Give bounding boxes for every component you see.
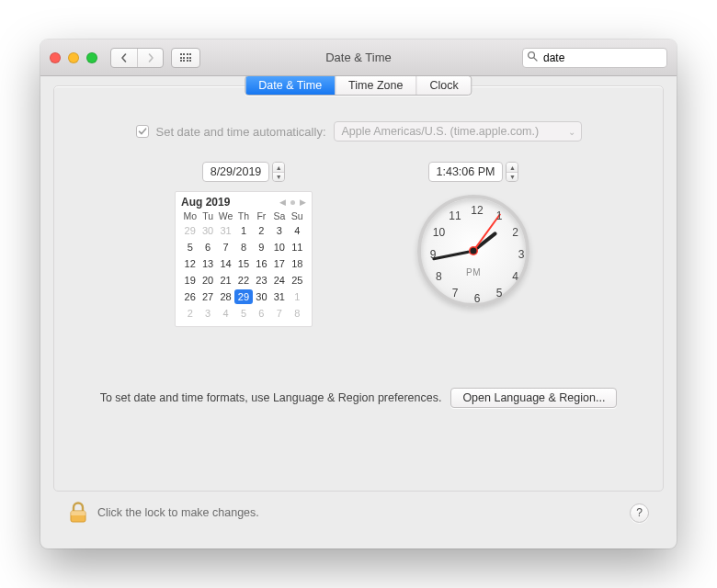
calendar-day[interactable]: 19: [181, 273, 199, 288]
calendar-day[interactable]: 8: [234, 240, 252, 254]
calendar-day[interactable]: 16: [253, 256, 270, 271]
calendar-day[interactable]: 5: [234, 306, 252, 321]
calendar-prev-button[interactable]: ◀: [279, 198, 286, 207]
calendar-day[interactable]: 20: [199, 273, 216, 288]
chevron-right-icon: [146, 53, 155, 62]
auto-row: Set date and time automatically: Apple A…: [54, 121, 663, 141]
time-field[interactable]: 1:43:06 PM ▲ ▼: [428, 162, 519, 182]
calendar-day[interactable]: 5: [181, 240, 199, 254]
calendar-day[interactable]: 2: [181, 306, 199, 321]
calendar-day[interactable]: 30: [199, 223, 216, 238]
calendar-day[interactable]: 12: [181, 256, 199, 271]
tabs-segmented: Date & TimeTime ZoneClock: [245, 75, 472, 96]
tab-clock[interactable]: Clock: [415, 76, 471, 95]
calendar-day[interactable]: 14: [217, 256, 234, 271]
calendar-day[interactable]: 29: [234, 289, 252, 304]
calendar-day[interactable]: 23: [253, 273, 270, 288]
clock-numeral: 8: [430, 270, 447, 283]
calendar-day[interactable]: 17: [270, 256, 288, 271]
date-stepper[interactable]: ▲ ▼: [272, 162, 285, 182]
date-field[interactable]: 8/29/2019 ▲ ▼: [202, 162, 286, 182]
calendar-day[interactable]: 27: [199, 289, 216, 304]
calendar-day[interactable]: 29: [181, 223, 199, 238]
forward-button[interactable]: [137, 49, 163, 67]
time-column: 1:43:06 PM ▲ ▼ PM 12123456: [400, 162, 547, 327]
clock-numeral: 3: [513, 248, 529, 261]
format-hint: To set date and time formats, use Langua…: [100, 391, 442, 404]
calendar-day[interactable]: 31: [217, 223, 234, 238]
calendar-day[interactable]: 8: [289, 306, 306, 321]
calendar-header: Aug 2019 ◀ ▶: [181, 196, 306, 209]
calendar-day[interactable]: 21: [217, 273, 234, 288]
calendar-day[interactable]: 7: [270, 306, 288, 321]
help-button[interactable]: ?: [630, 503, 649, 523]
calendar: Aug 2019 ◀ ▶ MoTuWeThFrSaSu2930311234567…: [175, 191, 313, 327]
stepper-down-icon: ▼: [273, 172, 284, 181]
calendar-day[interactable]: 6: [253, 306, 270, 321]
calendar-day[interactable]: 3: [270, 223, 288, 238]
calendar-day[interactable]: 25: [289, 273, 306, 288]
calendar-day[interactable]: 31: [270, 289, 288, 304]
date-column: 8/29/2019 ▲ ▼ Aug 2019 ◀: [170, 162, 317, 327]
calendar-weekday: We: [217, 210, 234, 221]
calendar-weekday: Su: [289, 210, 306, 221]
calendar-today-button[interactable]: [290, 200, 295, 205]
open-language-region-button[interactable]: Open Language & Region...: [450, 388, 617, 408]
clock-numeral: 2: [507, 226, 524, 239]
calendar-day[interactable]: 4: [289, 223, 306, 238]
calendar-day[interactable]: 22: [234, 273, 252, 288]
calendar-day[interactable]: 2: [253, 223, 270, 238]
calendar-day[interactable]: 24: [270, 273, 288, 288]
svg-line-1: [534, 58, 537, 61]
search-input[interactable]: [541, 51, 677, 65]
content-panel: Date & TimeTime ZoneClock Set date and t…: [53, 85, 664, 492]
lock-button[interactable]: [68, 501, 88, 525]
calendar-next-button[interactable]: ▶: [300, 198, 306, 207]
clock-numeral: 6: [469, 292, 485, 305]
calendar-weekday: Fr: [253, 210, 270, 221]
chevron-down-icon: ⌄: [568, 127, 575, 137]
minimize-window-button[interactable]: [68, 52, 79, 63]
calendar-day[interactable]: 7: [217, 240, 234, 254]
search-icon: [527, 51, 538, 64]
tab-time-zone[interactable]: Time Zone: [335, 76, 415, 95]
calendar-day[interactable]: 10: [270, 240, 288, 254]
clock-numeral: 1: [491, 209, 507, 222]
calendar-day[interactable]: 13: [199, 256, 216, 271]
calendar-day[interactable]: 1: [289, 289, 306, 304]
prefs-window: Date & Time Date & TimeTime ZoneClock: [40, 40, 677, 548]
calendar-day[interactable]: 28: [217, 289, 234, 304]
time-stepper[interactable]: ▲ ▼: [506, 162, 518, 182]
check-icon: [138, 127, 147, 136]
calendar-day[interactable]: 18: [289, 256, 306, 271]
calendar-day[interactable]: 9: [253, 240, 270, 254]
calendar-weekday: Sa: [270, 210, 288, 221]
search-field[interactable]: [522, 48, 667, 68]
calendar-day[interactable]: 15: [234, 256, 252, 271]
calendar-day[interactable]: 6: [199, 240, 216, 254]
lock-message: Click the lock to make changes.: [97, 506, 259, 519]
calendar-day[interactable]: 26: [181, 289, 199, 304]
clock-ampm-label: PM: [466, 267, 481, 277]
svg-rect-3: [71, 511, 85, 515]
clock-numeral: 7: [447, 287, 463, 300]
auto-set-label: Set date and time automatically:: [156, 125, 326, 139]
format-hint-row: To set date and time formats, use Langua…: [54, 388, 663, 408]
stepper-up-icon: ▲: [506, 163, 518, 172]
window-controls: [50, 52, 97, 63]
calendar-day[interactable]: 1: [234, 223, 252, 238]
calendar-day[interactable]: 30: [253, 289, 270, 304]
calendar-day[interactable]: 3: [199, 306, 216, 321]
calendar-day[interactable]: 4: [217, 306, 234, 321]
stepper-up-icon: ▲: [273, 163, 284, 172]
zoom-window-button[interactable]: [86, 52, 97, 63]
show-all-button[interactable]: [171, 48, 200, 68]
grid-icon: [180, 53, 192, 62]
back-button[interactable]: [111, 49, 137, 67]
tab-date-time[interactable]: Date & Time: [245, 76, 335, 95]
close-window-button[interactable]: [50, 52, 61, 63]
calendar-day[interactable]: 11: [289, 240, 306, 254]
clock-numeral: 11: [447, 209, 463, 222]
time-server-select[interactable]: Apple Americas/U.S. (time.apple.com.) ⌄: [334, 121, 582, 141]
auto-set-checkbox[interactable]: [136, 125, 149, 138]
